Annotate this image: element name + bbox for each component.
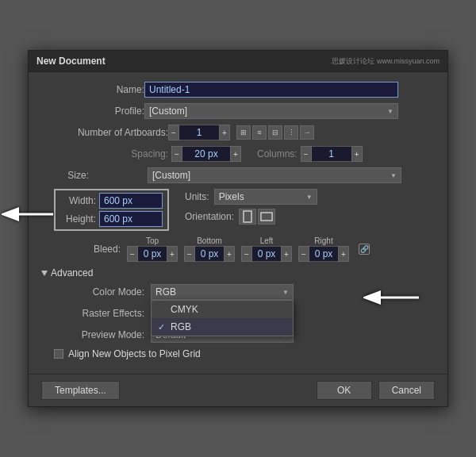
columns-increment[interactable]: + [351, 146, 363, 162]
wh-container: Width: Height: [54, 189, 169, 231]
spacing-row: Spacing: − + Columns: − + [41, 146, 435, 162]
dialog-title: New Document [36, 56, 106, 67]
arrow-left-icon [2, 193, 57, 236]
height-input[interactable] [99, 211, 163, 227]
bleed-link-icon[interactable]: 🔗 [359, 244, 370, 255]
spacing-decrement[interactable]: − [171, 146, 182, 162]
dialog-body: Name: Profile: [Custom] ▼ Number of Artb… [29, 72, 447, 374]
bleed-right-group: Right − + [298, 236, 349, 262]
bleed-right-decrement[interactable]: − [298, 246, 309, 262]
checkbox-row: Align New Objects to Pixel Grid [54, 348, 435, 359]
units-row: Units: Pixels ▼ [185, 189, 317, 205]
width-label: Width: [60, 195, 96, 206]
size-arrow-icon: ▼ [390, 172, 397, 179]
raster-effects-label: Raster Effects: [41, 308, 144, 319]
units-orientation-panel: Units: Pixels ▼ Orientation: [185, 189, 317, 225]
profile-select[interactable]: [Custom] ▼ [144, 103, 398, 119]
width-input[interactable] [99, 193, 163, 209]
bleed-fields: Top − + Bottom − + Left [127, 236, 370, 262]
name-label: Name: [41, 84, 144, 95]
height-row: Height: [60, 211, 163, 227]
landscape-btn[interactable] [258, 209, 275, 225]
bleed-left-group: Left − + [241, 236, 292, 262]
size-select[interactable]: [Custom] ▼ [148, 167, 401, 183]
templates-button[interactable]: Templates... [41, 381, 120, 400]
spacing-input[interactable] [182, 146, 230, 162]
columns-decrement[interactable]: − [301, 146, 312, 162]
footer-right-buttons: OK Cancel [317, 381, 435, 400]
wh-section: Width: Height: Units: Pixels ▼ [41, 189, 435, 231]
width-row: Width: [60, 193, 163, 209]
color-mode-dropdown-container: RGB ▼ CMYK ✓ RGB [151, 284, 294, 300]
orientation-icons [239, 209, 275, 225]
size-label: Size: [41, 170, 89, 181]
units-label: Units: [185, 191, 209, 202]
cmyk-option[interactable]: CMYK [152, 301, 293, 318]
preview-mode-label: Preview Mode: [41, 329, 144, 340]
bleed-top-input[interactable] [138, 246, 167, 262]
title-bar: New Document 思媛设计论坛 www.missyuan.com [29, 51, 447, 72]
rgb-option[interactable]: ✓ RGB [152, 318, 293, 336]
color-mode-row: Color Mode: RGB ▼ CMYK ✓ RGB [41, 284, 435, 300]
ok-button[interactable]: OK [317, 381, 372, 400]
bleed-top-label: Top [146, 236, 159, 245]
bleed-bottom-label: Bottom [197, 236, 222, 245]
artboards-input[interactable] [179, 125, 219, 140]
bleed-top-group: Top − + [127, 236, 178, 262]
units-select[interactable]: Pixels ▼ [214, 189, 317, 205]
units-arrow-icon: ▼ [306, 194, 313, 201]
bleed-bottom-spin: − + [184, 246, 235, 262]
name-row: Name: [41, 82, 435, 98]
checkbox-label: Align New Objects to Pixel Grid [68, 348, 201, 359]
bleed-top-spin: − + [127, 246, 178, 262]
watermark: 思媛设计论坛 www.missyuan.com [332, 56, 440, 67]
svg-rect-2 [244, 211, 251, 222]
columns-input[interactable] [312, 146, 351, 162]
portrait-icon [243, 210, 252, 223]
layout-grid-icon[interactable]: ⊞ [236, 125, 251, 140]
wh-box: Width: Height: [54, 189, 169, 231]
advanced-toggle-icon[interactable] [41, 271, 48, 276]
color-mode-label: Color Mode: [41, 286, 144, 298]
layout-row-icon[interactable]: ≡ [252, 125, 267, 140]
pixel-grid-checkbox[interactable] [54, 349, 63, 359]
bleed-left-increment[interactable]: + [281, 246, 292, 262]
portrait-btn[interactable] [239, 209, 256, 225]
bleed-bottom-input[interactable] [195, 246, 224, 262]
layout-col2-icon[interactable]: ⋮ [284, 125, 298, 140]
bleed-top-decrement[interactable]: − [127, 246, 138, 262]
layout-arrow-icon[interactable]: → [300, 125, 314, 140]
color-mode-select[interactable]: RGB ▼ [151, 284, 294, 300]
artboards-increment[interactable]: + [219, 125, 230, 140]
bleed-bottom-increment[interactable]: + [224, 246, 235, 262]
bleed-left-label: Left [260, 236, 274, 245]
artboards-label: Number of Artboards: [41, 127, 168, 138]
layout-col-icon[interactable]: ⊟ [268, 125, 282, 140]
spacing-increment[interactable]: + [230, 146, 241, 162]
profile-label: Profile: [41, 106, 144, 117]
cmyk-check [158, 305, 167, 314]
bleed-right-increment[interactable]: + [338, 246, 349, 262]
new-document-dialog: New Document 思媛设计论坛 www.missyuan.com Nam… [28, 50, 448, 407]
bleed-label: Bleed: [41, 244, 121, 255]
color-mode-arrow-icon: ▼ [282, 289, 289, 296]
height-label: Height: [60, 213, 96, 225]
spacing-label: Spacing: [41, 148, 168, 159]
rgb-check: ✓ [158, 322, 167, 332]
arrow-right-icon [363, 286, 427, 309]
bleed-left-decrement[interactable]: − [241, 246, 252, 262]
artboards-row: Number of Artboards: − + ⊞ ≡ ⊟ ⋮ → [41, 125, 435, 140]
profile-row: Profile: [Custom] ▼ [41, 103, 435, 119]
dialog-footer: Templates... OK Cancel [29, 374, 447, 406]
orientation-label: Orientation: [185, 211, 234, 222]
orientation-row: Orientation: [185, 209, 317, 225]
bleed-left-input[interactable] [252, 246, 281, 262]
artboards-decrement[interactable]: − [168, 125, 179, 140]
cancel-button[interactable]: Cancel [378, 381, 435, 400]
size-row: Size: [Custom] ▼ [41, 167, 435, 183]
profile-arrow-icon: ▼ [387, 108, 393, 115]
bleed-top-increment[interactable]: + [167, 246, 178, 262]
bleed-bottom-decrement[interactable]: − [184, 246, 195, 262]
name-input[interactable] [144, 82, 398, 98]
bleed-right-input[interactable] [309, 246, 338, 262]
